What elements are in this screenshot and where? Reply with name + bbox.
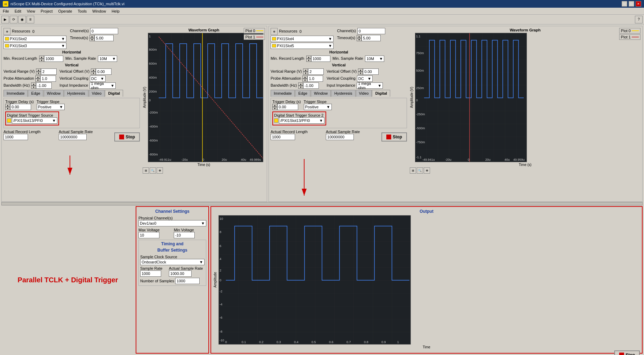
maximize-button[interactable]: □ (629, 1, 634, 7)
menu-file[interactable]: File (0, 8, 12, 14)
right-timeout-input[interactable] (362, 35, 381, 41)
right-plot1-legend[interactable]: Plot 1 (619, 34, 641, 40)
channels-input[interactable] (90, 28, 118, 34)
right-stop-button[interactable]: Stop (381, 132, 407, 142)
resource2-arrow: ▼ (61, 44, 65, 48)
probe-att-input[interactable] (40, 75, 56, 82)
right-resource1-dropdown[interactable]: ⚡ PXI1Slot4 ▼ (271, 36, 334, 42)
svg-text:-250m: -250m (416, 113, 425, 116)
toolbar: ▶ ⟳ ◉ ⏸ ? (0, 15, 644, 24)
horizontal-scrollbar[interactable] (1, 202, 643, 205)
right-graph-pan-button[interactable]: ✥ (424, 167, 430, 174)
right-bandwidth-input[interactable] (303, 82, 319, 89)
run-button[interactable]: ▶ (1, 16, 9, 23)
tab-video[interactable]: Video (89, 90, 105, 97)
min-sample-rate-dropdown[interactable]: 10M ▼ (98, 56, 117, 62)
right-tab-hysteresis[interactable]: Hysteresis (331, 90, 355, 97)
min-record-up[interactable]: ▲ (39, 56, 44, 59)
right-graph-fit-button[interactable]: ⊞ (410, 167, 416, 174)
minimize-button[interactable]: ─ (622, 1, 627, 7)
right-sample-rate-dropdown[interactable]: 10M ▼ (365, 56, 384, 62)
actual-record-input[interactable] (3, 134, 28, 140)
output-waveform-svg[interactable]: 10 8 6 4 2 0 -2 -4 -6 -8 -10 (219, 215, 411, 345)
right-trigger-delay-input[interactable] (277, 104, 298, 110)
output-stop-button[interactable]: Stop (614, 350, 640, 355)
min-record-input[interactable] (44, 56, 63, 62)
close-button[interactable]: ✕ (636, 1, 641, 7)
digital-trigger-dropdown[interactable]: /PXI1Slot13/PFI0 ▼ (12, 117, 57, 124)
sample-clock-dropdown[interactable]: OnboardClock ▼ (140, 259, 205, 265)
timeout-input[interactable] (94, 35, 114, 41)
tab-window[interactable]: Window (44, 90, 64, 97)
right-tab-window[interactable]: Window (311, 90, 331, 97)
vert-range-input[interactable] (41, 68, 57, 75)
plot1-legend-item[interactable]: Plot 1 (244, 34, 265, 40)
trigger-delay-input[interactable] (10, 104, 31, 110)
right-channels-input[interactable] (357, 28, 385, 34)
left-graph-pan-button[interactable]: ✥ (157, 167, 163, 174)
right-vert-range-input[interactable] (308, 68, 324, 75)
right-actual-sample-input[interactable] (326, 134, 354, 140)
max-voltage-input[interactable] (138, 232, 159, 238)
right-plot0-legend[interactable]: Plot 0 (619, 28, 641, 34)
left-graph-zoom-button[interactable]: 🔍 (150, 167, 156, 174)
right-graph-zoom-button[interactable]: 🔍 (417, 167, 423, 174)
svg-text:49.959u: 49.959u (513, 158, 525, 161)
right-trigger-slope-dropdown[interactable]: Positive ▼ (304, 104, 332, 110)
vert-coupling-dropdown[interactable]: DC ▼ (90, 75, 106, 82)
right-input-imp-dropdown[interactable]: 1 mega ohm ▼ (357, 82, 383, 89)
actual-sample-rate-input[interactable] (169, 270, 192, 277)
right-tab-video[interactable]: Video (356, 90, 372, 97)
right-actual-record-input[interactable] (271, 134, 295, 140)
right-vert-coupling-dropdown[interactable]: DC ▼ (357, 75, 373, 82)
physical-channel-dropdown[interactable]: Dev1/ao0 ▼ (138, 220, 206, 226)
menu-operate[interactable]: Operate (56, 8, 75, 14)
left-waveform-svg[interactable]: 1 800m 600m 400m 200m 0 -200m -400m -600… (148, 33, 263, 162)
right-tab-digital[interactable]: Digital (372, 90, 390, 97)
left-stop-button[interactable]: Stop (114, 132, 140, 142)
tab-digital[interactable]: Digital (105, 90, 123, 97)
menu-view[interactable]: View (24, 8, 38, 14)
vert-offset-input[interactable] (96, 68, 112, 75)
min-voltage-input[interactable] (174, 232, 195, 238)
resource1-dropdown[interactable]: ⚡ PXI1Slot2 ▼ (3, 36, 66, 42)
right-vert-offset-input[interactable] (363, 68, 379, 75)
run-continuous-button[interactable]: ⟳ (10, 16, 17, 23)
max-voltage-label: Max Voltage (138, 228, 160, 232)
right-probe-att-input[interactable] (307, 75, 323, 82)
right-min-record-input[interactable] (311, 56, 330, 62)
right-digital-trigger-dropdown[interactable]: /PXI1Slot13/PFI0 ▼ (279, 117, 324, 124)
resource2-dropdown[interactable]: ⚡ PXI1Slot3 ▼ (3, 43, 66, 49)
right-resource2-dropdown[interactable]: ⚡ PXI1Slot5 ▼ (271, 43, 334, 49)
right-tab-immediate[interactable]: Immediate (271, 90, 295, 97)
abort-button[interactable]: ◉ (18, 16, 26, 23)
right-tab-edge[interactable]: Edge (295, 90, 310, 97)
timeout-up[interactable]: ▲ (90, 35, 94, 38)
right-waveform-svg[interactable]: 1.1 750m 500m 250m 0 -250m -500m -750m -… (415, 33, 527, 162)
help-button[interactable]: ? (635, 16, 643, 23)
timeout-down[interactable]: ▼ (90, 38, 94, 41)
tab-immediate[interactable]: Immediate (3, 90, 28, 97)
input-imp-dropdown[interactable]: 1 mega ohm ▼ (90, 82, 116, 89)
left-graph-fit-button[interactable]: ⊞ (143, 167, 149, 174)
timeout-arrows[interactable]: ▲ ▼ (90, 35, 94, 41)
trigger-slope-dropdown[interactable]: Positive ▼ (37, 104, 65, 110)
menu-tools[interactable]: Tools (75, 8, 90, 14)
min-record-down[interactable]: ▼ (39, 59, 44, 62)
menu-help[interactable]: Help (109, 8, 122, 14)
bottom-section: Parallel TCLK + Digital Trigger Channel … (0, 206, 644, 355)
tab-edge[interactable]: Edge (28, 90, 43, 97)
output-y-axis-label: Amplitude (213, 215, 219, 345)
menu-window[interactable]: Window (90, 8, 109, 14)
actual-sample-input[interactable] (59, 134, 87, 140)
pause-button[interactable]: ⏸ (27, 16, 34, 23)
menu-project[interactable]: Project (38, 8, 55, 14)
right-x-axis-label: Time (s) (410, 163, 641, 167)
sample-rate-input[interactable] (140, 270, 161, 277)
min-record-arrows[interactable]: ▲ ▼ (39, 56, 44, 62)
num-samples-input[interactable] (175, 278, 200, 284)
menu-edit[interactable]: Edit (12, 8, 24, 14)
plot0-legend-item[interactable]: Plot 0 (244, 28, 265, 34)
bandwidth-input[interactable] (36, 82, 52, 89)
tab-hysteresis[interactable]: Hysteresis (64, 90, 88, 97)
